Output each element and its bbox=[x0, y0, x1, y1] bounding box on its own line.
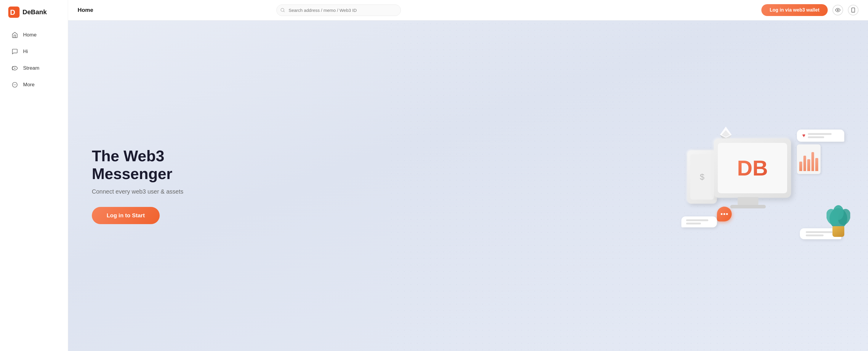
svg-point-19 bbox=[833, 205, 844, 220]
monitor-screen: DB bbox=[718, 143, 787, 193]
sidebar-item-home[interactable]: Home bbox=[3, 27, 65, 43]
debank-logo-icon: D bbox=[8, 6, 20, 18]
logo[interactable]: D DeBank bbox=[0, 0, 68, 24]
bar-2 bbox=[803, 156, 806, 171]
monitor-device: DB bbox=[714, 139, 791, 198]
svg-point-5 bbox=[14, 85, 15, 85]
hero-subtitle: Connect every web3 user & assets bbox=[92, 188, 246, 195]
stream-icon bbox=[11, 65, 19, 72]
typing-bubble bbox=[717, 207, 732, 222]
dot-2 bbox=[723, 213, 725, 215]
bubble-line-left-2 bbox=[686, 223, 701, 225]
illustration-container: ♥ $ DB bbox=[678, 121, 850, 251]
bubble-line-1 bbox=[808, 133, 832, 135]
search-bar bbox=[276, 4, 401, 16]
hero-section: The Web3 Messenger Connect every web3 us… bbox=[68, 21, 868, 351]
heart-icon: ♥ bbox=[802, 133, 805, 139]
bar-1 bbox=[799, 162, 802, 171]
bubble-line-2 bbox=[808, 136, 824, 138]
dollar-icon: $ bbox=[700, 172, 705, 182]
brand-name: DeBank bbox=[23, 8, 47, 16]
plant-leaves-svg bbox=[827, 204, 850, 227]
chat-bubble-left bbox=[681, 216, 717, 227]
bar-5 bbox=[815, 158, 818, 171]
bubble-lines-left bbox=[686, 220, 712, 225]
bubble-lines bbox=[808, 133, 832, 138]
sidebar-item-more[interactable]: More bbox=[3, 77, 65, 92]
top-header: Home Log in via web3 wallet bbox=[68, 0, 868, 21]
sidebar-item-more-label: More bbox=[23, 82, 35, 88]
db-logo-display: DB bbox=[737, 156, 768, 180]
hero-cta-button[interactable]: Log in to Start bbox=[92, 207, 160, 224]
sidebar-nav: Home Hi Stream bbox=[0, 24, 68, 95]
svg-point-9 bbox=[837, 9, 839, 11]
bubble-line-left-1 bbox=[686, 220, 708, 221]
sidebar-item-hi-label: Hi bbox=[23, 49, 28, 55]
home-icon bbox=[11, 31, 19, 38]
watch-button[interactable] bbox=[832, 5, 843, 16]
hero-content: The Web3 Messenger Connect every web3 us… bbox=[92, 147, 246, 224]
dot-3 bbox=[726, 213, 728, 215]
header-actions: Log in via web3 wallet bbox=[761, 4, 859, 16]
bubble-line-bottom-2 bbox=[806, 234, 824, 236]
svg-text:D: D bbox=[10, 8, 15, 16]
bar-3 bbox=[807, 159, 810, 171]
search-input[interactable] bbox=[276, 4, 401, 16]
message-icon bbox=[11, 48, 19, 55]
dot-1 bbox=[721, 213, 722, 215]
chat-bubble-heart: ♥ bbox=[797, 129, 844, 142]
hero-title: The Web3 Messenger bbox=[92, 147, 246, 183]
login-button[interactable]: Log in via web3 wallet bbox=[761, 4, 828, 16]
svg-point-4 bbox=[13, 85, 14, 85]
page-title: Home bbox=[78, 7, 93, 13]
svg-line-8 bbox=[283, 11, 284, 12]
hero-illustration: ♥ $ DB bbox=[678, 121, 850, 251]
main-content: Home Log in via web3 wallet bbox=[68, 0, 868, 351]
sidebar: D DeBank Home Hi bbox=[0, 0, 68, 351]
search-icon bbox=[280, 8, 285, 12]
more-icon bbox=[11, 81, 19, 88]
svg-point-2 bbox=[14, 67, 16, 69]
svg-point-6 bbox=[16, 85, 16, 85]
monitor-base bbox=[730, 205, 766, 208]
phone-device: $ bbox=[687, 150, 717, 204]
decorative-plant bbox=[827, 204, 850, 239]
mobile-button[interactable] bbox=[848, 5, 859, 16]
bar-chart bbox=[797, 144, 820, 174]
phone-screen: $ bbox=[690, 154, 714, 200]
sidebar-item-stream-label: Stream bbox=[23, 65, 39, 71]
sidebar-item-home-label: Home bbox=[23, 32, 36, 38]
bar-4 bbox=[811, 152, 814, 171]
sidebar-item-hi[interactable]: Hi bbox=[3, 44, 65, 59]
sidebar-item-stream[interactable]: Stream bbox=[3, 60, 65, 76]
plant-pot bbox=[832, 226, 844, 237]
